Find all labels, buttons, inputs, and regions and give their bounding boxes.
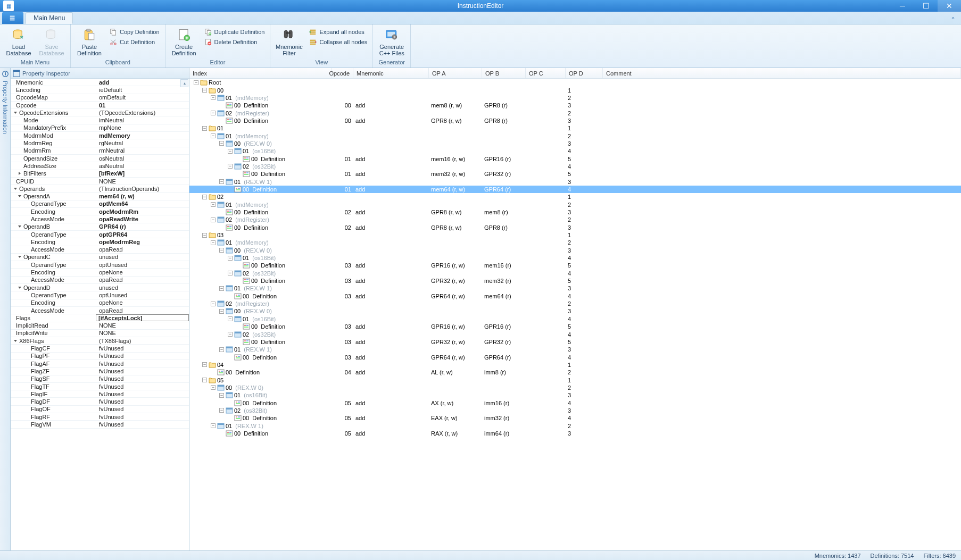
tree-row[interactable]: −02(mdRegister)2 (189, 109, 961, 116)
property-value[interactable]: fvUnused (96, 398, 189, 405)
tree-row[interactable]: 00Definition04addAL (r, w)imm8 (r)2 (189, 369, 961, 376)
property-value[interactable]: (TX86Flags) (96, 338, 189, 344)
expand-icon[interactable]: − (219, 347, 224, 352)
expand-icon[interactable] (17, 171, 22, 176)
tree-row[interactable]: 00Definition01addmem64 (r, w)GPR64 (r)4 (189, 186, 961, 193)
expand-icon[interactable]: − (219, 408, 224, 413)
tree-row[interactable]: 00Definition05addRAX (r, w)imm64 (r)3 (189, 430, 961, 437)
property-value[interactable]: mem64 (r, w) (96, 193, 189, 199)
tree-row[interactable]: 00Definition03addGPR16 (r, w)GPR16 (r)5 (189, 323, 961, 330)
property-value[interactable]: opeNone (96, 299, 189, 306)
expand-icon[interactable]: − (211, 218, 216, 222)
property-row[interactable]: ImplicitReadNONE (11, 322, 189, 330)
expand-icon[interactable]: − (219, 141, 224, 146)
property-value[interactable]: optMem64 (96, 200, 189, 207)
close-button[interactable]: ✕ (938, 0, 961, 12)
expand-icon[interactable]: − (219, 248, 224, 253)
tree-row[interactable]: −02(os32Bit)4 (189, 330, 961, 338)
tree-row[interactable]: 00Definition02addGPR8 (r, w)mem8 (r)3 (189, 208, 961, 216)
property-value[interactable]: (TInstructionOperands) (96, 186, 189, 192)
ribbon-help-icon[interactable]: ^ (948, 14, 958, 24)
property-value[interactable]: opeNone (96, 269, 189, 275)
tree-row[interactable]: 00Definition05addEAX (r, w)imm32 (r)4 (189, 414, 961, 422)
property-value[interactable]: opeModrmRm (96, 208, 189, 215)
property-row[interactable]: EncodingopeModrmRm (11, 208, 189, 215)
property-row[interactable]: OperandTypeoptUnused (11, 291, 189, 299)
expand-icon[interactable] (13, 186, 18, 191)
expand-icon[interactable]: − (211, 302, 216, 306)
property-row[interactable]: OperandTypeoptUnused (11, 261, 189, 269)
property-value[interactable]: asNeutral (96, 163, 189, 169)
property-value[interactable]: optGPR64 (96, 231, 189, 238)
tree-row[interactable]: −01(os16Bit)4 (189, 147, 961, 155)
ribbon-button[interactable]: MnemonicFilter (274, 27, 304, 56)
expand-icon[interactable]: − (228, 164, 233, 169)
property-row[interactable]: OperandSizeosNeutral (11, 155, 189, 162)
property-row[interactable]: AccessModeopaRead (11, 277, 189, 284)
property-value[interactable]: omDefault (96, 94, 189, 101)
property-value[interactable]: optUnused (96, 292, 189, 298)
expand-icon[interactable]: − (219, 179, 224, 184)
property-value[interactable]: ieDefault (96, 87, 189, 93)
property-value[interactable]: unused (96, 285, 189, 291)
tree-row[interactable]: −021 (189, 193, 961, 200)
property-value[interactable]: fvUnused (96, 353, 189, 359)
ribbon-button[interactable]: GenerateC++ Files (376, 27, 407, 56)
tree-row[interactable]: −02(os32Bit)4 (189, 163, 961, 170)
expand-icon[interactable]: − (228, 271, 233, 275)
scroll-up-icon[interactable]: ▴ (180, 79, 188, 87)
property-row[interactable]: FlagIFfvUnused (11, 390, 189, 398)
expand-icon[interactable]: − (219, 309, 224, 314)
property-row[interactable]: EncodingopeNone (11, 269, 189, 276)
tree-row[interactable]: −02(mdRegister)2 (189, 216, 961, 223)
property-grid[interactable]: ▴ MnemonicaddEncodingieDefaultOpcodeMapo… (11, 79, 189, 550)
property-value[interactable]: opaRead (96, 307, 189, 314)
tree-row[interactable]: −051 (189, 376, 961, 383)
tree-row[interactable]: −00(REX.W 0)3 (189, 140, 961, 147)
property-row[interactable]: OpcodeExtensions(TOpcodeExtensions) (11, 109, 189, 116)
property-value[interactable]: fvUnused (96, 361, 189, 367)
property-value[interactable]: opaRead (96, 277, 189, 283)
file-menu-button[interactable] (2, 12, 23, 24)
property-row[interactable]: AccessModeopaReadWrite (11, 215, 189, 223)
property-row[interactable]: OperandTypeoptMem64 (11, 200, 189, 208)
expand-icon[interactable]: − (211, 385, 216, 390)
property-row[interactable]: FlagPFfvUnused (11, 353, 189, 360)
property-row[interactable]: ImplicitWriteNONE (11, 330, 189, 337)
property-value[interactable]: (TOpcodeExtensions) (96, 110, 189, 116)
tree-row[interactable]: −01(mdMemory)2 (189, 201, 961, 208)
ribbon-button[interactable]: Delete Definition (202, 37, 267, 47)
property-value[interactable]: opaRead (96, 246, 189, 253)
property-row[interactable]: OperandBGPR64 (r) (11, 223, 189, 231)
tree-row[interactable]: −00(REX.W 0)3 (189, 307, 961, 315)
tree-row[interactable]: −01(os16Bit)4 (189, 315, 961, 323)
tree-row[interactable]: −01(os16Bit)3 (189, 391, 961, 399)
property-row[interactable]: ModrmRmrmNeutral (11, 147, 189, 155)
property-value[interactable]: add (96, 79, 189, 86)
expand-icon[interactable]: − (219, 393, 224, 398)
property-value[interactable]: osNeutral (96, 155, 189, 162)
tree-row[interactable]: 00Definition03addGPR64 (r, w)mem64 (r)4 (189, 292, 961, 300)
tree-row[interactable]: −01(mdMemory)2 (189, 94, 961, 102)
tree-row[interactable]: −00(REX.W 0)3 (189, 247, 961, 254)
ribbon-button[interactable]: Copy Definition (107, 27, 162, 37)
tree-row[interactable]: −01(REX.W 1)3 (189, 178, 961, 185)
property-value[interactable]: unused (96, 254, 189, 260)
expand-icon[interactable]: − (202, 378, 207, 382)
col-opa[interactable]: OP A (429, 68, 482, 78)
property-row[interactable]: ModrmRegrgNeutral (11, 139, 189, 147)
expand-icon[interactable] (17, 255, 22, 260)
property-row[interactable]: X86Flags(TX86Flags) (11, 337, 189, 345)
col-opd[interactable]: OP D (566, 68, 603, 78)
expand-icon[interactable] (13, 110, 18, 115)
col-opcode[interactable]: Opcode (332, 68, 353, 78)
tree-row[interactable]: 00Definition02addGPR8 (r, w)GPR8 (r)3 (189, 224, 961, 231)
expand-icon[interactable]: − (211, 202, 216, 207)
property-row[interactable]: FlagAFfvUnused (11, 360, 189, 367)
property-value[interactable]: [bfRexW] (96, 170, 189, 177)
property-row[interactable]: AccessModeopaRead (11, 307, 189, 314)
tree-row[interactable]: −01(mdMemory)2 (189, 132, 961, 139)
tree-row[interactable]: −011 (189, 124, 961, 132)
property-value[interactable]: rmNeutral (96, 147, 189, 154)
col-comment[interactable]: Comment (603, 68, 961, 78)
